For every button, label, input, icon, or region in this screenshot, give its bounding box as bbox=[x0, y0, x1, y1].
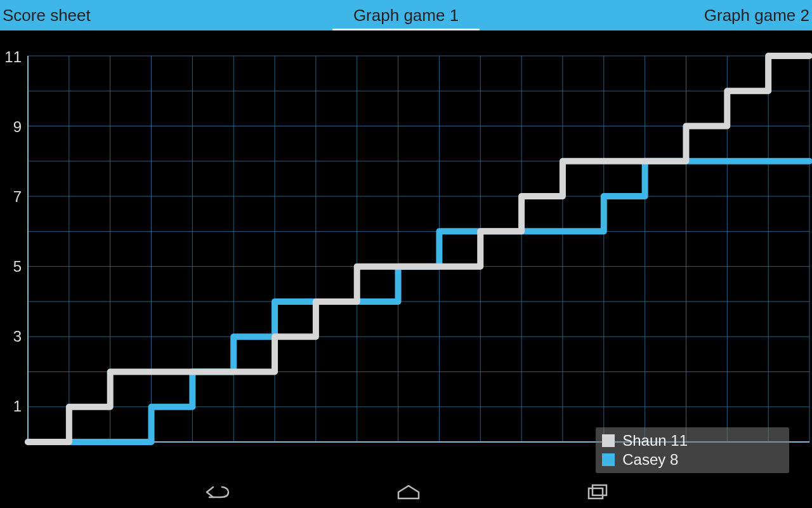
tab-graph-game-1[interactable]: Graph game 1 bbox=[353, 0, 459, 30]
legend-swatch-player1 bbox=[602, 434, 615, 447]
home-icon[interactable] bbox=[396, 483, 421, 501]
tab-score-sheet[interactable]: Score sheet bbox=[3, 0, 91, 30]
y-tick-label: 11 bbox=[1, 48, 22, 66]
svg-rect-35 bbox=[593, 485, 606, 495]
legend-entry-player1: Shaun 11 bbox=[602, 431, 688, 450]
y-tick-label: 9 bbox=[1, 118, 22, 136]
y-tick-label: 5 bbox=[1, 258, 22, 276]
score-graph: 11 9 7 5 3 1 Shaun 11 Casey 8 bbox=[0, 30, 812, 476]
legend-label-player1: Shaun 11 bbox=[622, 431, 688, 450]
recent-apps-icon[interactable] bbox=[586, 483, 609, 501]
legend-entry-player2: Casey 8 bbox=[602, 450, 688, 469]
system-nav-bar bbox=[0, 476, 812, 508]
y-tick-label: 1 bbox=[1, 398, 22, 415]
y-tick-label: 3 bbox=[1, 328, 22, 345]
tab-graph-game-2[interactable]: Graph game 2 bbox=[704, 0, 809, 30]
back-icon[interactable] bbox=[203, 483, 231, 501]
y-tick-label: 7 bbox=[1, 188, 22, 206]
legend: Shaun 11 Casey 8 bbox=[596, 427, 789, 473]
header-tab-bar: Score sheet Graph game 1 Graph game 2 bbox=[0, 0, 812, 30]
legend-label-player2: Casey 8 bbox=[622, 450, 678, 469]
chart-canvas bbox=[0, 30, 812, 476]
legend-swatch-player2 bbox=[602, 453, 615, 466]
svg-rect-34 bbox=[589, 488, 603, 498]
